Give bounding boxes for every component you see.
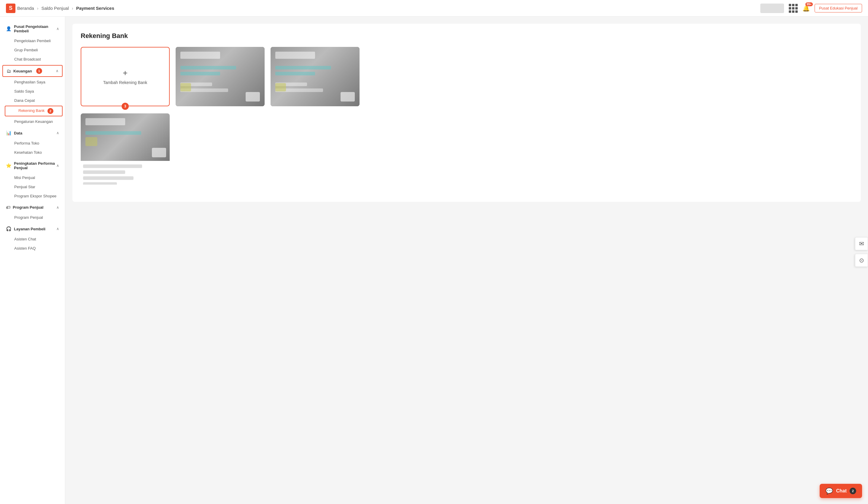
bank-card-3-chip: [85, 137, 97, 146]
sidebar-section-peningkatan-label: Peningkatan Performa Penjual: [14, 161, 56, 170]
sidebar-section-peningkatan: ⭐ Peningkatan Performa Penjual ∧ Misi Pe…: [0, 158, 65, 201]
sidebar-section-header-pusat[interactable]: 👤 Pusat Pengelolaan Pembeli ∧: [0, 21, 65, 36]
header-right: 🔔 99+ Pusat Edukasi Penjual: [760, 3, 862, 13]
sidebar-item-performa-toko[interactable]: Performa Toko: [0, 139, 65, 148]
chevron-up-peningkatan-icon: ∧: [56, 163, 59, 168]
bank-card-3-info: [81, 161, 170, 185]
bank-card-2-number: [275, 52, 315, 59]
chevron-up-program-icon: ∧: [56, 205, 59, 210]
bank-cards-row-2: [81, 113, 852, 185]
sidebar-section-data-label: Data: [14, 131, 22, 135]
sidebar-item-program-ekspor[interactable]: Program Ekspor Shopee: [0, 191, 65, 201]
breadcrumb-sep-1: ›: [37, 6, 39, 11]
tag-icon: 🏷: [6, 205, 10, 210]
circle-icon: ⊙: [859, 257, 864, 264]
headset-icon: 🎧: [6, 226, 12, 232]
chevron-up-icon: ∧: [56, 27, 59, 31]
notifications-button[interactable]: 🔔 99+: [803, 5, 810, 12]
sidebar-item-misi-penjual[interactable]: Misi Penjual: [0, 173, 65, 182]
wallet-icon: 🗂: [7, 69, 11, 74]
sidebar-item-kesehatan-toko[interactable]: Kesehatan Toko: [0, 148, 65, 157]
sidebar-section-header-keuangan[interactable]: 🗂 Keuangan 1 ∧: [2, 65, 63, 77]
bank-card-2-bar1: [275, 66, 331, 69]
sidebar-section-keuangan: 🗂 Keuangan 1 ∧ Penghasilan Saya Saldo Sa…: [0, 65, 65, 126]
sidebar-section-layanan-label: Layanan Pembeli: [14, 227, 45, 231]
bank-card-3-number: [85, 118, 125, 125]
sidebar-section-pusat-label: Pusat Pengelolaan Pembeli: [14, 24, 56, 33]
sidebar-item-penjual-star[interactable]: Penjual Star: [0, 182, 65, 191]
sidebar-item-saldo[interactable]: Saldo Saya: [0, 87, 65, 96]
breadcrumb: S Beranda › Saldo Penjual › Payment Serv…: [6, 3, 114, 13]
bank-card-2[interactable]: [270, 47, 360, 106]
content-card: Rekening Bank + Tambah Rekening Bank 3: [72, 24, 861, 202]
breadcrumb-saldo[interactable]: Saldo Penjual: [41, 6, 69, 11]
right-panel: ✉ ⊙: [855, 237, 868, 267]
apps-icon[interactable]: [789, 4, 798, 13]
edu-button[interactable]: Pusat Edukasi Penjual: [815, 4, 862, 12]
chart-icon: 📊: [6, 130, 12, 135]
bank-card-1-logo: [246, 92, 260, 101]
breadcrumb-beranda[interactable]: Beranda: [17, 6, 34, 11]
sidebar-section-header-layanan[interactable]: 🎧 Layanan Pembeli ∧: [0, 223, 65, 234]
app-header: S Beranda › Saldo Penjual › Payment Serv…: [0, 0, 868, 17]
shopee-logo: S: [6, 3, 16, 13]
sidebar-item-asisten-chat[interactable]: Asisten Chat: [0, 234, 65, 244]
page-title: Rekening Bank: [81, 32, 852, 40]
main-content: Rekening Bank + Tambah Rekening Bank 3: [65, 17, 868, 504]
bank-card-1-bar2: [180, 72, 220, 75]
notifications-badge: 99+: [805, 2, 813, 6]
sidebar-item-grup[interactable]: Grup Pembeli: [0, 46, 65, 54]
chat-badge: 2: [850, 488, 856, 494]
sidebar-item-penghasilan[interactable]: Penghasilan Saya: [0, 78, 65, 87]
sidebar-section-layanan: 🎧 Layanan Pembeli ∧ Asisten Chat Asisten…: [0, 223, 65, 253]
bank-card-1-number: [180, 52, 220, 59]
sidebar-section-program-label: Program Penjual: [13, 205, 43, 210]
bank-card-3-top: [81, 113, 170, 161]
user-avatar: [760, 3, 784, 13]
envelope-button[interactable]: ✉: [855, 237, 868, 250]
breadcrumb-sep-2: ›: [72, 6, 73, 11]
bank-card-3-teal1: [85, 131, 141, 135]
bank-card-3[interactable]: [81, 113, 170, 185]
envelope-icon: ✉: [859, 240, 864, 247]
star-icon: ⭐: [6, 163, 12, 168]
bank-card-2-bar2: [275, 72, 315, 75]
circle-button[interactable]: ⊙: [855, 254, 868, 267]
sidebar-item-rekening-bank[interactable]: Rekening Bank 2: [5, 106, 63, 117]
sidebar-section-header-data[interactable]: 📊 Data ∧: [0, 127, 65, 139]
sidebar-item-chat-broadcast[interactable]: Chat Broadcast: [0, 54, 65, 64]
bank-card-2-content: [270, 47, 360, 106]
step-3-badge: 3: [122, 103, 129, 110]
bank-card-1[interactable]: [176, 47, 265, 106]
bank-card-1-content: [176, 47, 265, 106]
bank-card-3-logo: [152, 148, 166, 157]
sidebar-item-program-penjual[interactable]: Program Penjual: [0, 213, 65, 222]
chevron-up-data-icon: ∧: [56, 131, 59, 135]
sidebar-section-keuangan-label: Keuangan: [13, 69, 32, 73]
chat-button[interactable]: 💬 Chat 2: [820, 484, 862, 498]
sidebar-item-pengelolaan[interactable]: Pengelolaan Pembeli: [0, 36, 65, 46]
sidebar-item-pengaturan-keuangan[interactable]: Pengaturan Keuangan: [0, 117, 65, 126]
chevron-up-layanan-icon: ∧: [56, 227, 59, 231]
chat-label: Chat: [836, 488, 847, 494]
sidebar-section-header-program[interactable]: 🏷 Program Penjual ∧: [0, 202, 65, 213]
bank-card-2-logo: [341, 92, 355, 101]
header-icons: 🔔 99+ Pusat Edukasi Penjual: [789, 4, 862, 13]
bank-card-2-chip: [275, 83, 286, 91]
sidebar-item-asisten-faq[interactable]: Asisten FAQ: [0, 244, 65, 253]
breadcrumb-current: Payment Services: [76, 6, 114, 11]
plus-icon: +: [123, 68, 127, 78]
bank-cards-row-1: + Tambah Rekening Bank 3: [81, 47, 852, 106]
sidebar: 👤 Pusat Pengelolaan Pembeli ∧ Pengelolaa…: [0, 17, 65, 504]
add-bank-label: Tambah Rekening Bank: [103, 80, 147, 85]
sidebar-section-header-peningkatan[interactable]: ⭐ Peningkatan Performa Penjual ∧: [0, 158, 65, 173]
person-icon: 👤: [6, 26, 12, 31]
chat-icon: 💬: [826, 487, 833, 494]
chevron-up-keuangan-icon: ∧: [56, 69, 59, 73]
sidebar-item-dana-cepat[interactable]: Dana Cepat: [0, 96, 65, 105]
step-1-badge: 1: [36, 68, 42, 74]
add-bank-card-button[interactable]: + Tambah Rekening Bank 3: [81, 47, 170, 106]
page-layout: 👤 Pusat Pengelolaan Pembeli ∧ Pengelolaa…: [0, 17, 868, 504]
bank-card-1-chip: [180, 83, 191, 91]
sidebar-section-data: 📊 Data ∧ Performa Toko Kesehatan Toko: [0, 127, 65, 157]
